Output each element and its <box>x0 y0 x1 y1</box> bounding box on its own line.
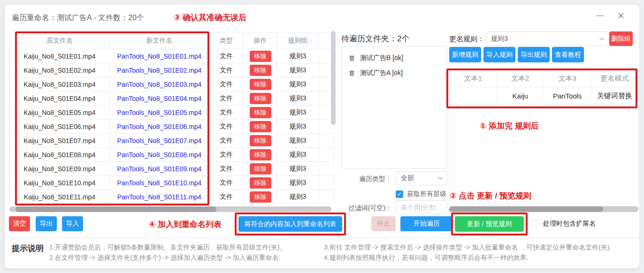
action-cell: 移除 <box>244 63 277 77</box>
import-rules-button[interactable]: 导入规则 <box>483 47 515 62</box>
remove-button[interactable]: 移除 <box>250 163 271 174</box>
remove-button[interactable]: 移除 <box>250 121 271 132</box>
table-row: Kaiju_No8_S01E05.mp4 PanTools_No8_S01E05… <box>10 106 334 120</box>
table-row: Kaiju_No8_S01E03.mp4 PanTools_No8_S01E03… <box>10 77 334 91</box>
folder-item[interactable]: 测试广告A [ok] <box>342 66 446 81</box>
action-cell: 移除 <box>244 162 277 175</box>
rule-group: 规则3 <box>277 49 319 63</box>
rule-text2: Kaiju <box>497 87 544 104</box>
col-header-text1: 文本1 <box>450 70 497 87</box>
checkbox-unchecked-icon[interactable] <box>532 220 539 228</box>
table-row: Kaiju_No8_S01E07.mp4 PanTools_No8_S01E07… <box>10 134 334 148</box>
annotation-step3: ③ 确认其准确无误后 <box>174 12 246 23</box>
new-filename: PanTools_No8_S01E11.mp4 <box>110 190 209 204</box>
include-extension-checkbox-row[interactable]: 处理时包含扩展名 <box>532 220 596 228</box>
folder-name: 测试广告A [ok] <box>360 69 403 77</box>
rule-mode: 关键词替换 <box>591 87 638 104</box>
table-row: Kaiju_No8_S01E11.mp4 PanTools_No8_S01E11… <box>10 190 334 204</box>
remove-button[interactable]: 移除 <box>250 65 271 76</box>
rule-group: 规则3 <box>277 120 319 133</box>
tip-line: 3.前往 文件管理 -> 搜索文件后 -> 选择操作类型 -> 加入批量重命名 … <box>324 242 612 252</box>
new-filename: PanTools_No8_S01E06.mp4 <box>110 120 209 133</box>
original-filename: Kaiju_No8_S01E05.mp4 <box>10 106 110 119</box>
new-filename: PanTools_No8_S01E04.mp4 <box>110 91 209 105</box>
all-levels-checkbox-row[interactable]: ✓ 获取所有层级 <box>396 190 446 198</box>
close-icon[interactable]: ✕ <box>617 10 625 21</box>
action-cell: 移除 <box>244 49 277 63</box>
trash-icon[interactable] <box>348 54 355 62</box>
tip-line: 4.规则列表按照顺序执行，若有问题，可调整顺序后会有不一样的效果. <box>324 252 612 263</box>
new-filename: PanTools_No8_S01E05.mp4 <box>110 106 209 119</box>
new-filename: PanTools_No8_S01E07.mp4 <box>110 134 209 147</box>
file-type: 文件 <box>209 106 244 119</box>
traverse-type-label: 遍历类型： <box>331 175 392 183</box>
rename-rule-label: 更名规则： <box>449 35 484 44</box>
view-tutorial-button[interactable]: 查看教程 <box>552 47 584 62</box>
new-filename: PanTools_No8_S01E03.mp4 <box>110 77 209 91</box>
delete-group-button[interactable]: 删除组 <box>609 31 633 46</box>
file-type: 文件 <box>209 162 244 175</box>
rename-rule-select[interactable]: 规则3 <box>486 31 609 46</box>
scrollbar-thumb[interactable] <box>449 206 603 212</box>
file-type: 文件 <box>209 77 244 91</box>
remove-button[interactable]: 移除 <box>250 177 271 189</box>
file-type: 文件 <box>209 176 244 190</box>
trash-icon[interactable] <box>348 69 355 77</box>
remove-button[interactable]: 移除 <box>250 191 271 203</box>
file-type: 文件 <box>209 91 244 105</box>
export-rules-button[interactable]: 导出规则 <box>518 47 550 62</box>
chevron-down-icon <box>599 35 604 40</box>
update-preview-button[interactable]: 更新 / 预览规则 <box>455 216 524 232</box>
filter-input[interactable] <box>396 200 447 214</box>
rules-list: 文本1 文本2 文本3 更名模式 Kaiju PanTools 关键词替换 <box>449 69 638 206</box>
rule-row[interactable]: Kaiju PanTools 关键词替换 <box>450 87 638 105</box>
table-row: Kaiju_No8_S01E06.mp4 PanTools_No8_S01E06… <box>10 120 334 134</box>
vertical-scrollbar[interactable] <box>331 31 336 125</box>
rename-rule-value: 规则3 <box>491 35 508 43</box>
action-cell: 移除 <box>244 190 277 204</box>
new-filename: PanTools_No8_S01E02.mp4 <box>110 63 209 77</box>
action-cell: 移除 <box>244 134 277 147</box>
rule-group: 规则3 <box>277 176 319 190</box>
original-filename: Kaiju_No8_S01E10.mp4 <box>10 176 110 190</box>
remove-button[interactable]: 移除 <box>250 135 271 146</box>
remove-button[interactable]: 移除 <box>250 51 271 62</box>
tip-line: 2.在文件管理 -> 选择文件夹(支持多个) -> 选择加入遍历类型 -> 加入… <box>49 252 286 263</box>
rule-group: 规则3 <box>277 91 319 105</box>
page-title: 遍历重命名：测试广告A - 文件数：20个 <box>12 13 144 23</box>
remove-button[interactable]: 移除 <box>250 107 271 118</box>
folder-list: 测试广告B [ok] 测试广告A [ok] <box>341 46 447 169</box>
export-button[interactable]: 导出 <box>36 216 57 231</box>
folder-item[interactable]: 测试广告B [ok] <box>342 51 446 66</box>
original-filename: Kaiju_No8_S01E04.mp4 <box>10 91 110 105</box>
horizontal-scrollbar-right[interactable] <box>449 206 638 212</box>
new-filename: PanTools_No8_S01E01.mp4 <box>110 49 209 63</box>
horizontal-scrollbar-left[interactable] <box>9 206 331 212</box>
remove-button[interactable]: 移除 <box>250 79 271 90</box>
traverse-type-select[interactable]: 全部 <box>396 171 447 185</box>
clear-button[interactable]: 清空 <box>9 216 30 231</box>
scrollbar-thumb[interactable] <box>15 206 216 212</box>
original-filename: Kaiju_No8_S01E11.mp4 <box>10 190 110 204</box>
include-extension-label: 处理时包含扩展名 <box>543 220 596 228</box>
annotation-step4: ④ 加入到重命名列表 <box>149 219 222 230</box>
table-row: Kaiju_No8_S01E09.mp4 PanTools_No8_S01E09… <box>10 162 334 176</box>
original-filename: Kaiju_No8_S01E06.mp4 <box>10 120 110 133</box>
stop-button[interactable]: 停止 <box>371 216 396 231</box>
file-type: 文件 <box>209 190 244 204</box>
start-traverse-button[interactable]: 开始遍历 <box>400 216 453 231</box>
annotation-step1: ① 添加完 规则后 <box>480 121 539 131</box>
traverse-type-value: 全部 <box>401 174 414 182</box>
remove-button[interactable]: 移除 <box>250 149 271 160</box>
col-header-action: 操作 <box>244 32 277 49</box>
checkbox-checked-icon[interactable]: ✓ <box>396 190 403 198</box>
col-header-text3: 文本3 <box>544 70 591 87</box>
minimize-icon[interactable]: — <box>596 11 604 20</box>
add-to-rename-list-button[interactable]: 将符合的内容加入到重命名列表 <box>238 216 342 232</box>
import-button[interactable]: 导入 <box>62 216 83 231</box>
remove-button[interactable]: 移除 <box>250 93 271 104</box>
add-rule-button[interactable]: 新增规则 <box>449 47 481 62</box>
table-row: Kaiju_No8_S01E10.mp4 PanTools_No8_S01E10… <box>10 176 334 190</box>
file-type: 文件 <box>209 63 244 77</box>
action-cell: 移除 <box>244 106 277 119</box>
